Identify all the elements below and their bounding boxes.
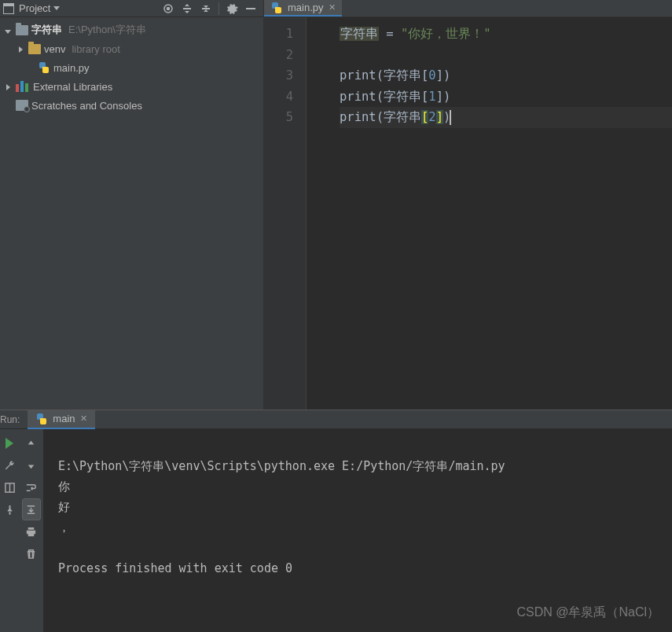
scratches-icon <box>16 100 28 111</box>
project-tree: 字符串 E:\Python\字符串 venv library root main… <box>0 17 263 118</box>
python-file-icon <box>38 61 50 74</box>
console-line: E:\Python\字符串\venv\Scripts\python.exe E:… <box>58 459 505 473</box>
watermark: CSDN @牟泉禹（NaCl） <box>516 602 659 623</box>
scroll-up-button[interactable] <box>22 432 41 454</box>
project-window-icon <box>3 3 14 14</box>
library-folder-icon <box>28 44 41 54</box>
layout-button[interactable] <box>0 476 19 498</box>
scroll-down-button[interactable] <box>22 454 41 476</box>
hide-panel-icon[interactable] <box>241 0 260 17</box>
rerun-button[interactable] <box>0 432 19 454</box>
console-output[interactable]: E:\Python\字符串\venv\Scripts\python.exe E:… <box>44 429 672 632</box>
play-icon <box>6 438 13 449</box>
tree-label: External Libraries <box>33 81 112 93</box>
console-line: ， <box>58 520 70 535</box>
console-line: 你 <box>58 480 70 494</box>
python-file-icon <box>35 413 48 425</box>
code-line: 字符串 = "你好，世界！" <box>340 24 672 45</box>
caret-right-icon <box>16 43 25 55</box>
svg-rect-2 <box>246 8 255 9</box>
line-number-gutter: 1 2 3 4 5 <box>264 17 307 410</box>
tree-label: Scratches and Consoles <box>31 100 142 112</box>
settings-icon[interactable] <box>222 0 241 17</box>
line-number: 4 <box>264 86 293 108</box>
run-panel: Run: main ✕ E:\Python\字符串\venv\Scripts\p… <box>0 410 672 632</box>
tree-project-root[interactable]: 字符串 E:\Python\字符串 <box>0 20 263 39</box>
code-content[interactable]: 字符串 = "你好，世界！" print(字符串[0]) print(字符串[1… <box>307 17 672 410</box>
console-line: Process finished with exit code 0 <box>58 561 292 575</box>
code-editor[interactable]: 1 2 3 4 5 字符串 = "你好，世界！" print(字符串[0]) p… <box>264 17 672 410</box>
select-opened-file-icon[interactable] <box>159 0 178 17</box>
close-tab-icon[interactable]: ✕ <box>80 413 87 424</box>
print-button[interactable] <box>22 520 41 542</box>
run-label: Run: <box>0 414 28 425</box>
tree-external-libraries[interactable]: External Libraries <box>0 77 263 96</box>
code-line <box>340 45 672 66</box>
line-number: 1 <box>264 24 293 45</box>
project-view-dropdown[interactable]: Project <box>19 2 60 14</box>
tree-label: venv <box>44 43 65 55</box>
text-caret <box>450 110 451 125</box>
sidebar-header: Project <box>0 0 263 17</box>
caret-right-icon <box>3 81 13 93</box>
run-tab-main[interactable]: main ✕ <box>28 410 94 429</box>
project-sidebar: Project 字符串 <box>0 0 264 410</box>
close-tab-icon[interactable]: ✕ <box>329 2 336 13</box>
tree-main-py[interactable]: main.py <box>0 58 263 77</box>
code-line: print(字符串[2]) <box>340 107 672 128</box>
pin-button[interactable] <box>0 498 19 520</box>
expand-all-icon[interactable] <box>178 0 196 17</box>
run-header: Run: main ✕ <box>0 410 672 429</box>
folder-icon <box>16 25 28 35</box>
tab-label: main.py <box>288 2 324 13</box>
tree-scratches[interactable]: Scratches and Consoles <box>0 96 263 115</box>
python-file-icon <box>270 2 283 14</box>
run-left-toolbar <box>0 429 19 632</box>
code-line: print(字符串[0]) <box>340 65 672 86</box>
tree-venv-folder[interactable]: venv library root <box>0 39 263 58</box>
code-line: print(字符串[1]) <box>340 86 672 108</box>
scroll-to-end-button[interactable] <box>22 498 41 520</box>
tree-path: E:\Python\字符串 <box>68 23 146 37</box>
external-libraries-icon <box>16 81 30 92</box>
caret-down-icon <box>3 24 13 36</box>
line-number: 3 <box>264 65 293 86</box>
tree-label: main.py <box>53 62 90 74</box>
editor-tabs: main.py ✕ <box>264 0 672 17</box>
run-tab-label: main <box>53 413 75 424</box>
collapse-all-icon[interactable] <box>196 0 215 17</box>
project-view-label: Project <box>19 2 50 14</box>
svg-point-1 <box>167 7 170 9</box>
wrench-button[interactable] <box>0 454 19 476</box>
clear-all-button[interactable] <box>22 542 41 564</box>
line-number: 2 <box>264 45 293 66</box>
line-number: 5 <box>264 107 293 128</box>
tree-label: 字符串 <box>31 23 62 37</box>
editor-area: main.py ✕ 1 2 3 4 5 字符串 = "你好，世界！" print… <box>264 0 672 410</box>
editor-tab-main-py[interactable]: main.py ✕ <box>264 0 342 17</box>
tree-note: library root <box>72 43 119 55</box>
console-line: 好 <box>58 500 70 514</box>
run-console-toolbar <box>19 429 44 632</box>
chevron-down-icon <box>53 6 60 10</box>
soft-wrap-button[interactable] <box>22 476 41 498</box>
